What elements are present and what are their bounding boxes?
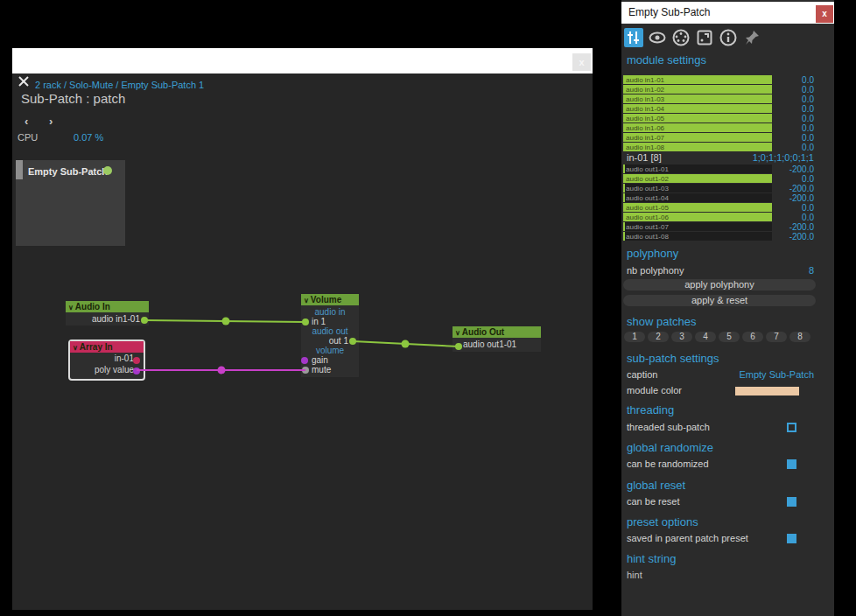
node-audio-in[interactable]: ∨Audio In audio in1-01 xyxy=(66,301,149,326)
can-be-reset-checkbox[interactable] xyxy=(787,497,796,507)
slider-row[interactable]: audio in1-040.0 xyxy=(623,104,814,113)
output-port[interactable] xyxy=(133,357,140,364)
node-volume-header[interactable]: ∨Volume xyxy=(301,294,359,305)
can-be-randomized-row[interactable]: can be randomized xyxy=(627,458,814,470)
caption-value[interactable]: Empty Sub-Patch xyxy=(739,369,814,380)
close-patch-icon[interactable] xyxy=(18,76,29,87)
chevron-down-icon[interactable]: ∨ xyxy=(73,344,78,352)
slider-track[interactable]: audio out1-01 xyxy=(623,164,772,173)
node-row: gain xyxy=(301,355,359,365)
frame-icon[interactable] xyxy=(695,28,714,47)
threaded-subpatch-row[interactable]: threaded sub-patch xyxy=(627,422,814,433)
slider-track[interactable]: audio out1-04 xyxy=(623,193,772,202)
slider-track[interactable]: audio out1-07 xyxy=(623,222,772,231)
panel-close-button[interactable]: x xyxy=(816,5,833,23)
slider-track[interactable]: audio out1-06 xyxy=(623,213,772,221)
slider-row[interactable]: audio out1-01-200.0 xyxy=(623,164,814,173)
eye-icon[interactable] xyxy=(648,28,667,47)
slider-label: audio out1-06 xyxy=(626,214,669,221)
node-row: in 1 xyxy=(301,317,359,326)
panel-titlebar[interactable]: Empty Sub-Patch x xyxy=(621,2,834,24)
slider-track[interactable]: audio in1-08 xyxy=(623,143,772,151)
patch-button-3[interactable]: 3 xyxy=(671,332,692,342)
thumbnail-grip[interactable] xyxy=(16,160,23,179)
threaded-subpatch-label: threaded sub-patch xyxy=(627,422,710,432)
slider-track[interactable]: audio in1-02 xyxy=(623,85,772,94)
output-port[interactable] xyxy=(141,317,148,324)
hint-row[interactable]: hint xyxy=(627,570,814,581)
slider-fill xyxy=(623,193,625,202)
patch-button-2[interactable]: 2 xyxy=(648,332,669,342)
array-value-row[interactable]: in-01 [8] 1;0;1;1;0;0;1;1 xyxy=(627,152,814,164)
apply-polyphony-button[interactable]: apply polyphony xyxy=(623,279,816,290)
sliders-icon[interactable] xyxy=(624,28,643,47)
output-port[interactable] xyxy=(133,368,140,374)
module-color-row[interactable]: module color xyxy=(627,385,814,396)
input-port[interactable] xyxy=(302,318,309,326)
slider-row[interactable]: audio in1-080.0 xyxy=(623,143,814,151)
nb-polyphony-value[interactable]: 8 xyxy=(809,265,814,276)
pin-icon[interactable] xyxy=(742,28,761,47)
slider-value: -200.0 xyxy=(789,222,814,232)
patch-button-7[interactable]: 7 xyxy=(766,332,787,342)
caption-row[interactable]: caption Empty Sub-Patch xyxy=(627,369,814,381)
slider-row[interactable]: audio in1-050.0 xyxy=(623,114,814,122)
info-icon[interactable] xyxy=(719,28,738,47)
input-port[interactable] xyxy=(455,343,462,350)
slider-row[interactable]: audio out1-04-200.0 xyxy=(623,193,814,202)
slider-row[interactable]: audio in1-030.0 xyxy=(623,94,814,103)
node-audio-in-header[interactable]: ∨Audio In xyxy=(66,301,149,312)
input-port[interactable] xyxy=(301,357,308,364)
slider-track[interactable]: audio out1-03 xyxy=(623,184,772,192)
nav-back-button[interactable]: ‹ xyxy=(25,115,28,128)
saved-in-preset-row[interactable]: saved in parent patch preset xyxy=(627,533,814,544)
slider-row[interactable]: audio out1-03-200.0 xyxy=(623,184,814,192)
patch-button-1[interactable]: 1 xyxy=(624,332,645,342)
saved-in-preset-checkbox[interactable] xyxy=(787,534,796,543)
apply-reset-button[interactable]: apply & reset xyxy=(623,295,816,306)
slider-row[interactable]: audio out1-07-200.0 xyxy=(623,222,814,231)
input-port[interactable] xyxy=(302,367,309,374)
strip-close-button[interactable]: x xyxy=(572,53,591,71)
slider-row[interactable]: audio in1-060.0 xyxy=(623,123,814,132)
midi-icon[interactable] xyxy=(671,28,691,47)
chevron-down-icon[interactable]: ∨ xyxy=(68,304,74,312)
slider-row[interactable]: audio in1-020.0 xyxy=(623,85,814,94)
slider-track[interactable]: audio out1-02 xyxy=(623,174,772,183)
patch-button-6[interactable]: 6 xyxy=(742,332,763,342)
slider-row[interactable]: audio in1-070.0 xyxy=(623,133,814,142)
slider-track[interactable]: audio in1-05 xyxy=(623,114,772,122)
slider-track[interactable]: audio in1-04 xyxy=(623,104,772,113)
slider-row[interactable]: audio in1-010.0 xyxy=(623,75,814,84)
nb-polyphony-row[interactable]: nb polyphony 8 xyxy=(627,265,814,276)
slider-track[interactable]: audio in1-01 xyxy=(623,75,772,84)
slider-row[interactable]: audio out1-060.0 xyxy=(623,213,814,221)
section-hint-string: hint string xyxy=(627,552,676,565)
slider-track[interactable]: audio in1-06 xyxy=(623,123,772,132)
output-port[interactable] xyxy=(349,338,356,345)
slider-row[interactable]: audio out1-08-200.0 xyxy=(623,232,814,241)
node-audio-out[interactable]: ∨Audio Out audio out1-01 xyxy=(453,326,541,352)
subpatch-thumbnail[interactable]: Empty Sub-Patch xyxy=(16,160,125,246)
patch-button-4[interactable]: 4 xyxy=(695,332,716,342)
slider-row[interactable]: audio out1-020.0 xyxy=(623,174,814,183)
node-array-in-header[interactable]: ∨Array In xyxy=(70,341,144,353)
slider-track[interactable]: audio out1-08 xyxy=(623,232,772,241)
threaded-subpatch-checkbox[interactable] xyxy=(787,423,796,432)
can-be-randomized-checkbox[interactable] xyxy=(787,459,796,469)
node-array-in[interactable]: ∨Array In in-01 poly value xyxy=(68,340,145,381)
slider-row[interactable]: audio out1-050.0 xyxy=(623,203,814,212)
breadcrumb[interactable]: 2 rack / Solo-Mute / Empty Sub-Patch 1 xyxy=(35,80,204,90)
slider-track[interactable]: audio in1-07 xyxy=(623,133,772,142)
patch-button-8[interactable]: 8 xyxy=(789,332,810,342)
node-audio-out-header[interactable]: ∨Audio Out xyxy=(453,326,541,338)
slider-track[interactable]: audio out1-05 xyxy=(623,203,772,212)
can-be-reset-row[interactable]: can be reset xyxy=(627,496,814,508)
nav-forward-button[interactable]: › xyxy=(49,115,53,128)
slider-track[interactable]: audio in1-03 xyxy=(623,94,772,103)
patch-button-5[interactable]: 5 xyxy=(719,332,740,342)
chevron-down-icon[interactable]: ∨ xyxy=(304,297,309,304)
node-volume[interactable]: ∨Volume audio in in 1 audio out out 1 vo… xyxy=(301,294,359,377)
module-color-swatch[interactable] xyxy=(735,387,799,396)
chevron-down-icon[interactable]: ∨ xyxy=(455,329,460,337)
